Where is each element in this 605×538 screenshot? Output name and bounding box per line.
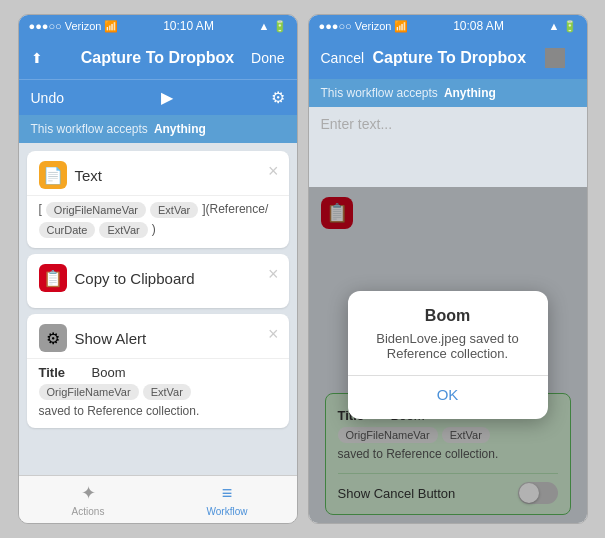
right-carrier: ●●●○○ Verizon 📶	[319, 20, 409, 33]
text-card-tags2: CurDate ExtVar )	[39, 222, 277, 238]
actions-icon: ✦	[81, 482, 96, 504]
right-accepts-label: This workflow accepts	[321, 86, 438, 100]
right-time: 10:08 AM	[453, 19, 504, 33]
alert-title-row: Title Boom	[39, 365, 277, 380]
text-card-tags: [ OrigFileNameVar ExtVar ](Reference/	[39, 202, 277, 218]
play-button[interactable]: ▶	[161, 88, 173, 107]
alert-tags: OrigFileNameVar ExtVar saved to Referenc…	[39, 384, 277, 418]
alert-card-icon: ⚙	[39, 324, 67, 352]
copy-card-header: 📋 Copy to Clipboard	[39, 264, 277, 292]
copy-card: 📋 Copy to Clipboard ×	[27, 254, 289, 308]
cancel-button[interactable]: Cancel	[321, 50, 365, 66]
done-button[interactable]: Done	[245, 50, 285, 66]
alert-title-label: Title	[39, 365, 84, 380]
accepts-label: This workflow accepts	[31, 122, 148, 136]
workflow-label: Workflow	[207, 506, 248, 517]
undo-bar: Undo ▶ ⚙	[19, 79, 297, 115]
right-accepts-bar: This workflow accepts Anything	[309, 79, 587, 107]
text-card-header: 📄 Text	[39, 161, 277, 189]
workflow-list: 📄 Text × [ OrigFileNameVar ExtVar ](Refe…	[19, 143, 297, 475]
alert-ok-button[interactable]: OK	[364, 376, 532, 403]
alert-tag-origfile[interactable]: OrigFileNameVar	[39, 384, 139, 400]
right-battery-icon: 🔋	[563, 20, 577, 33]
alert-title-value: Boom	[92, 365, 126, 380]
tag-curdate[interactable]: CurDate	[39, 222, 96, 238]
left-carrier: ●●●○○ Verizon 📶	[29, 20, 119, 33]
alert-dialog-title: Boom	[364, 307, 532, 325]
text-card-close[interactable]: ×	[268, 161, 279, 182]
copy-card-close[interactable]: ×	[268, 264, 279, 285]
alert-card-title: Show Alert	[75, 330, 147, 347]
text-card-icon: 📄	[39, 161, 67, 189]
text-input-placeholder: Enter text...	[321, 116, 393, 132]
copy-card-icon: 📋	[39, 264, 67, 292]
gear-button[interactable]: ⚙	[271, 88, 285, 107]
battery-icon: 🔋	[273, 20, 287, 33]
wifi-icon: 📶	[104, 20, 118, 33]
left-nav-bar: ⬆ Capture To Dropbox Done	[19, 37, 297, 79]
alert-dialog-message: BidenLove.jpeg saved to Reference collec…	[364, 331, 532, 361]
left-tab-bar: ✦ Actions ≡ Workflow	[19, 475, 297, 523]
share-button[interactable]: ⬆	[31, 50, 71, 66]
right-wifi-icon: 📶	[394, 20, 408, 33]
right-nav-bar: Cancel Capture To Dropbox	[309, 37, 587, 79]
right-accepts-value: Anything	[444, 86, 496, 100]
text-card-title: Text	[75, 167, 103, 184]
right-battery: ▲ 🔋	[549, 20, 577, 33]
carrier-name: Verizon	[65, 20, 102, 32]
alert-tag-ext[interactable]: ExtVar	[143, 384, 191, 400]
text-input-area[interactable]: Enter text...	[309, 107, 587, 187]
right-phone: ●●●○○ Verizon 📶 10:08 AM ▲ 🔋 Cancel Capt…	[308, 14, 588, 524]
tab-actions[interactable]: ✦ Actions	[19, 482, 158, 517]
actions-label: Actions	[72, 506, 105, 517]
left-time: 10:10 AM	[163, 19, 214, 33]
phones-container: ●●●○○ Verizon 📶 10:10 AM ▲ 🔋 ⬆ Capture T…	[18, 14, 588, 524]
tag-origfilevar[interactable]: OrigFileNameVar	[46, 202, 146, 218]
alert-saved-text: saved to Reference collection.	[39, 404, 200, 418]
alert-card-divider	[27, 358, 289, 359]
tab-workflow[interactable]: ≡ Workflow	[158, 483, 297, 517]
undo-label[interactable]: Undo	[31, 90, 64, 106]
right-workflow-area: 📋 Boom BidenLove.jpeg saved to Reference…	[309, 187, 587, 523]
left-accepts-bar: This workflow accepts Anything	[19, 115, 297, 143]
right-status-bar: ●●●○○ Verizon 📶 10:08 AM ▲ 🔋	[309, 15, 587, 37]
signal-icon: ▲	[259, 20, 270, 32]
accepts-value: Anything	[154, 122, 206, 136]
alert-card: ⚙ Show Alert × Title Boom OrigFileNameVa…	[27, 314, 289, 428]
workflow-icon: ≡	[222, 483, 233, 504]
tag-extvar1[interactable]: ExtVar	[150, 202, 198, 218]
right-signal-dots: ●●●○○	[319, 20, 352, 32]
left-battery: ▲ 🔋	[259, 20, 287, 33]
right-carrier-name: Verizon	[355, 20, 392, 32]
right-signal-icon: ▲	[549, 20, 560, 32]
signal-dots: ●●●○○	[29, 20, 62, 32]
alert-card-header: ⚙ Show Alert	[39, 324, 277, 352]
copy-card-title: Copy to Clipboard	[75, 270, 195, 287]
text-card-divider	[27, 195, 289, 196]
left-phone: ●●●○○ Verizon 📶 10:10 AM ▲ 🔋 ⬆ Capture T…	[18, 14, 298, 524]
text-card: 📄 Text × [ OrigFileNameVar ExtVar ](Refe…	[27, 151, 289, 248]
share-icon: ⬆	[31, 50, 43, 66]
stop-button[interactable]	[545, 48, 565, 68]
alert-card-close[interactable]: ×	[268, 324, 279, 345]
alert-overlay: Boom BidenLove.jpeg saved to Reference c…	[309, 187, 587, 523]
left-nav-title: Capture To Dropbox	[71, 49, 245, 67]
tag-extvar2[interactable]: ExtVar	[99, 222, 147, 238]
right-nav-title: Capture To Dropbox	[373, 49, 526, 66]
alert-dialog: Boom BidenLove.jpeg saved to Reference c…	[348, 291, 548, 419]
left-status-bar: ●●●○○ Verizon 📶 10:10 AM ▲ 🔋	[19, 15, 297, 37]
